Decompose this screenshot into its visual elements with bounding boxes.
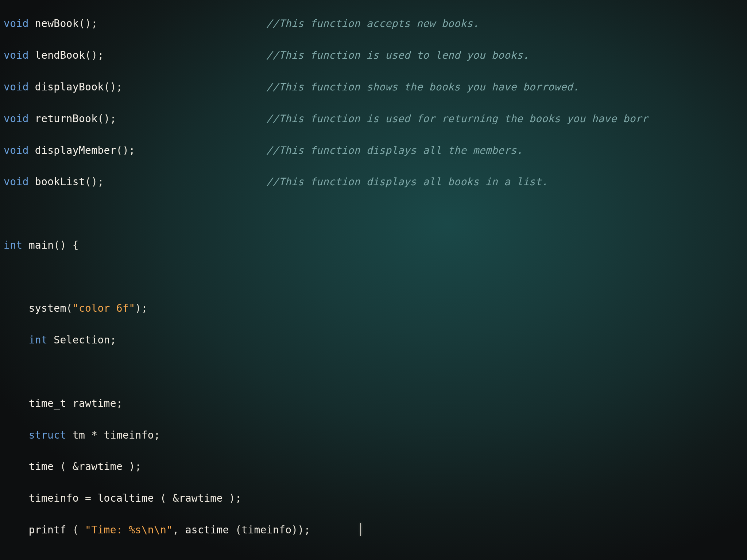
call-printf: printf [29, 524, 66, 536]
text-caret-icon [360, 523, 361, 536]
call-localtime: localtime [97, 492, 154, 504]
func-bookList: bookList [35, 176, 85, 188]
code-line: void returnBook();//This function is use… [4, 111, 747, 127]
func-main: main [29, 239, 54, 251]
comment: //This function displays all the members… [266, 143, 523, 158]
string-literal: "Time: %s\n\n" [85, 524, 173, 536]
blank-line [4, 206, 747, 221]
ident-rawtime: rawtime [73, 397, 116, 409]
blank-line [4, 269, 747, 285]
code-line: void displayBook();//This function shows… [4, 79, 747, 95]
code-line: timeinfo = localtime ( &rawtime ); [4, 490, 747, 506]
comment: //This function is used for returning th… [266, 111, 648, 127]
code-line: void bookList();//This function displays… [4, 174, 747, 190]
call-asctime: asctime [185, 524, 229, 536]
comment: //This function shows the books you have… [266, 79, 579, 95]
comment: //This function is used to lend you book… [266, 47, 529, 63]
func-returnBook: returnBook [35, 113, 98, 125]
ident-selection: Selection [54, 334, 110, 346]
type-time_t: time_t [29, 397, 66, 409]
string-literal: "color 6f" [73, 302, 135, 314]
code-line: void lendBook();//This function is used … [4, 47, 747, 63]
code-line: time_t rawtime; [4, 396, 747, 411]
keyword-int: int [4, 239, 22, 251]
code-editor[interactable]: void newBook();//This function accepts n… [0, 0, 747, 560]
code-line: system("color 6f"); [4, 300, 747, 316]
comment: //This function displays all books in a … [266, 174, 548, 190]
keyword-struct: struct [29, 429, 66, 441]
code-line: void displayMember();//This function dis… [4, 143, 747, 158]
func-newBook: newBook [35, 18, 79, 30]
blank-line [4, 364, 747, 380]
code-line: struct tm * timeinfo; [4, 427, 747, 443]
func-displayBook: displayBook [35, 81, 104, 93]
code-line: int Selection; [4, 332, 747, 348]
code-line: printf ( "Time: %s\n\n", asctime (timein… [4, 522, 747, 538]
blank-line [4, 554, 747, 560]
func-lendBook: lendBook [35, 49, 85, 61]
code-line: int main() { [4, 237, 747, 253]
comment: //This function accepts new books. [266, 16, 479, 31]
keyword-void: void [4, 18, 29, 30]
call-time: time [29, 460, 54, 472]
ident-tm: tm [73, 429, 85, 441]
ident-timeinfo: timeinfo [104, 429, 154, 441]
func-displayMember: displayMember [35, 144, 116, 156]
code-line: void newBook();//This function accepts n… [4, 16, 747, 31]
code-line: time ( &rawtime ); [4, 459, 747, 474]
call-system: system [29, 302, 66, 314]
